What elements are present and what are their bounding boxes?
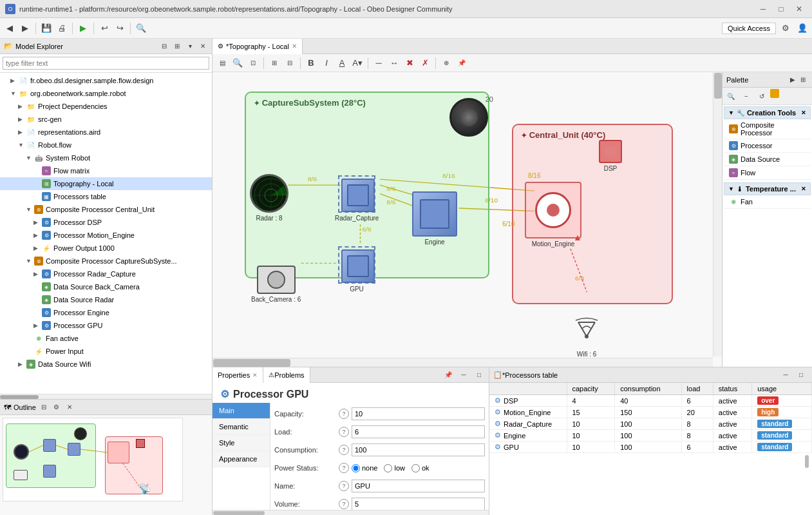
section-main[interactable]: Main bbox=[212, 403, 270, 419]
explorer-restore[interactable]: ⊞ bbox=[172, 41, 182, 52]
explorer-view-menu[interactable]: ▾ bbox=[185, 41, 195, 52]
palette-settings[interactable]: ⊞ bbox=[798, 75, 808, 85]
ed-align-left[interactable]: ⊞ bbox=[267, 56, 281, 70]
table-row[interactable]: ⚙ Motion_Engine 15 150 20 active high bbox=[489, 407, 812, 418]
ed-align-center[interactable]: ⊟ bbox=[283, 56, 297, 70]
load-help-icon[interactable]: ? bbox=[339, 427, 349, 437]
table-row[interactable]: ⚙ GPU 10 100 6 active standard bbox=[489, 442, 812, 453]
radio-ok[interactable]: ok bbox=[411, 464, 430, 472]
tree-item-processors-table[interactable]: ▶ ▦ Processors table bbox=[0, 190, 212, 203]
ed-bold[interactable]: B bbox=[304, 56, 318, 70]
name-help-icon[interactable]: ? bbox=[339, 481, 349, 491]
diagram-hscrollbar[interactable] bbox=[212, 358, 713, 367]
ed-zoom-in[interactable]: 🔍 bbox=[231, 56, 245, 70]
tree-item-node2[interactable]: ▼ 📁 org.obeonetwork.sample.robot bbox=[0, 87, 212, 100]
radar-node[interactable]: Radar : 8 bbox=[250, 174, 288, 222]
tree-item-representations[interactable]: ▶ 📄 representations.aird bbox=[0, 126, 212, 139]
tree-item-proc-gpu[interactable]: ▶ ⚙ Processor GPU bbox=[0, 319, 212, 332]
diagram-vscrollbar[interactable] bbox=[713, 72, 722, 356]
table-row[interactable]: ⚙ Radar_Capture 10 100 8 active standard bbox=[489, 418, 812, 430]
maximize-button[interactable]: □ bbox=[773, 3, 789, 15]
tree-item-flowmatrix[interactable]: ▶ ≈ Flow matrix bbox=[0, 164, 212, 177]
palette-item-composite[interactable]: ⊛ Composite Processor bbox=[724, 119, 811, 139]
consumption-input[interactable] bbox=[352, 443, 485, 456]
redo-button[interactable]: ↪ bbox=[113, 21, 127, 35]
outline-close[interactable]: ✕ bbox=[64, 402, 75, 413]
outline-view-menu[interactable]: ⊟ bbox=[39, 402, 49, 413]
palette-expand[interactable]: ▶ bbox=[788, 75, 798, 85]
consumption-help-icon[interactable]: ? bbox=[339, 445, 349, 455]
name-input[interactable] bbox=[352, 480, 485, 492]
palette-reset[interactable]: ↺ bbox=[755, 89, 769, 103]
explorer-minimize[interactable]: ⊟ bbox=[159, 41, 169, 52]
quick-access-settings[interactable]: ⚙ bbox=[779, 21, 793, 35]
table-row[interactable]: ⚙ Engine 10 100 8 active standard bbox=[489, 430, 812, 442]
palette-item-processor[interactable]: ⚙ Processor bbox=[724, 139, 811, 153]
tree-item-proc-motion[interactable]: ▶ ⚙ Processor Motion_Engine bbox=[0, 229, 212, 242]
tree-item-systemrobot[interactable]: ▼ 🤖 System Robot bbox=[0, 151, 212, 164]
ed-underline[interactable]: A bbox=[335, 56, 349, 70]
ed-pin[interactable]: 📌 bbox=[455, 56, 469, 70]
tree-item-proc-engine[interactable]: ▶ ⚙ Processor Engine bbox=[0, 306, 212, 319]
palette-item-fan[interactable]: ❄ Fan bbox=[724, 195, 811, 209]
tree-item-ds-radar[interactable]: ▶ ◈ Data Source Radar bbox=[0, 293, 212, 306]
palette-zoom-in[interactable]: 🔍 bbox=[724, 89, 738, 103]
tree-item-node1[interactable]: ▶ 📄 fr.obeo.dsl.designer.sample.flow.des… bbox=[0, 74, 212, 87]
tree-item-deps[interactable]: ▶ 📁 Project Dependencies bbox=[0, 100, 212, 113]
palette-item-datasource[interactable]: ◈ Data Source bbox=[724, 153, 811, 166]
ed-select[interactable]: ▤ bbox=[215, 56, 229, 70]
close-button[interactable]: ✕ bbox=[791, 3, 807, 15]
gpu-node[interactable]: GPU bbox=[338, 246, 375, 293]
ed-delete2[interactable]: ✗ bbox=[418, 56, 432, 70]
save-button[interactable]: 💾 bbox=[39, 21, 53, 35]
props-vscrollbar-thumb[interactable] bbox=[805, 455, 809, 468]
radio-low-input[interactable] bbox=[384, 464, 392, 472]
props-maximize[interactable]: □ bbox=[472, 368, 486, 382]
ed-font-color[interactable]: A▾ bbox=[350, 56, 364, 70]
props-vscrollbar[interactable] bbox=[804, 454, 809, 493]
section-appearance[interactable]: Appearance bbox=[212, 451, 270, 467]
proctable-maximize[interactable]: □ bbox=[794, 368, 808, 382]
search-input[interactable] bbox=[3, 57, 209, 70]
tab-properties[interactable]: Properties ✕ bbox=[212, 367, 263, 383]
load-input[interactable] bbox=[352, 425, 485, 438]
dsp-node[interactable]: DSP bbox=[599, 140, 622, 172]
debug-button[interactable]: 🔍 bbox=[134, 21, 148, 35]
radio-none[interactable]: none bbox=[352, 464, 377, 472]
minimize-button[interactable]: ─ bbox=[755, 3, 771, 15]
volume-input[interactable] bbox=[352, 498, 485, 510]
section-semantic[interactable]: Semantic bbox=[212, 419, 270, 435]
wifi-node[interactable]: Wifi : 6 bbox=[571, 317, 603, 358]
capacity-help-icon[interactable]: ? bbox=[339, 409, 349, 419]
palette-color[interactable] bbox=[770, 89, 779, 98]
tree-item-power-output[interactable]: ▶ ⚡ Power Output 1000 bbox=[0, 242, 212, 255]
outline-settings[interactable]: ⚙ bbox=[52, 402, 62, 413]
forward-button[interactable]: ▶ bbox=[18, 21, 32, 35]
ed-arrange[interactable]: ⊕ bbox=[439, 56, 453, 70]
tree-item-robotflow[interactable]: ▼ 📄 Robot.flow bbox=[0, 139, 212, 151]
undo-button[interactable]: ↩ bbox=[97, 21, 111, 35]
engine-node[interactable]: Engine bbox=[412, 191, 457, 246]
ed-zoom-out[interactable]: ⊡ bbox=[246, 56, 260, 70]
props-hscrollbar[interactable] bbox=[212, 510, 489, 515]
tab-topography[interactable]: ⚙ *Topography - Local ✕ bbox=[212, 39, 303, 54]
explorer-close[interactable]: ✕ bbox=[198, 41, 208, 52]
props-minimize[interactable]: ─ bbox=[457, 368, 471, 382]
creation-tools-header[interactable]: ▼ 🔧 Creation Tools ✕ bbox=[724, 106, 811, 119]
diagram-hscrollbar-thumb[interactable] bbox=[213, 359, 290, 367]
ed-line[interactable]: ─ bbox=[372, 56, 386, 70]
tree-item-ds-wifi[interactable]: ▶ ◈ Data Source Wifi bbox=[0, 358, 212, 371]
tree-item-composite-capture[interactable]: ▼ ⊛ Composite Processor CaptureSubSyste.… bbox=[0, 255, 212, 267]
table-row[interactable]: ⚙ DSP 4 40 6 active over bbox=[489, 395, 812, 407]
tree-item-proc-dsp[interactable]: ▶ ⚙ Processor DSP bbox=[0, 216, 212, 229]
ed-delete[interactable]: ✖ bbox=[402, 56, 417, 70]
print-button[interactable]: 🖨 bbox=[55, 21, 69, 35]
explorer-scrollbar[interactable] bbox=[0, 394, 212, 399]
props-pin[interactable]: 📌 bbox=[441, 368, 455, 382]
capacity-input[interactable] bbox=[352, 407, 485, 420]
tree-item-fan[interactable]: ▶ ❄ Fan active bbox=[0, 332, 212, 345]
section-style[interactable]: Style bbox=[212, 435, 270, 451]
scrollbar-thumb[interactable] bbox=[0, 395, 39, 399]
diagram-area[interactable]: 8/6 8/6 8/6 8/16 6/10 bbox=[212, 72, 722, 367]
diagram-vscrollbar-thumb[interactable] bbox=[714, 73, 722, 99]
